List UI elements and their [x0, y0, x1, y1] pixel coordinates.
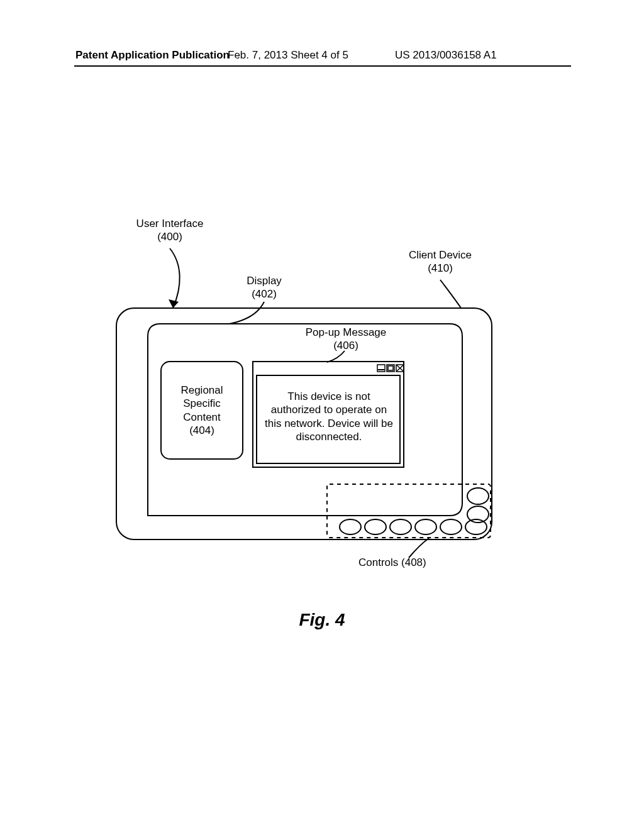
label-text: (406) — [333, 340, 358, 351]
label-text: Display — [247, 275, 282, 287]
label-text: Content — [183, 411, 221, 423]
leader-ui — [170, 248, 180, 308]
control-button[interactable] — [390, 519, 411, 534]
label-text: (404) — [189, 424, 214, 436]
page: Patent Application Publication Feb. 7, 2… — [0, 0, 644, 830]
label-text: Client Device — [409, 249, 472, 261]
control-button[interactable] — [365, 519, 386, 534]
label-text: (402) — [252, 288, 277, 300]
leader-ui-arrowhead — [169, 299, 179, 308]
label-text: Pop-up Message — [306, 326, 387, 338]
label-text: This device is not authorized to operate… — [265, 390, 393, 443]
label-client-device: Client Device (410) — [390, 248, 491, 275]
svg-rect-1 — [388, 366, 393, 370]
label-text: (400) — [157, 231, 182, 243]
label-user-interface: User Interface (400) — [119, 217, 220, 244]
regional-content-text: Regional Specific Content (404) — [162, 384, 242, 437]
label-text: Regional — [180, 384, 223, 396]
figure-caption: Fig. 4 — [0, 610, 644, 630]
label-text: Specific — [183, 397, 221, 409]
label-controls: Controls (408) — [358, 556, 459, 569]
label-text: User Interface — [136, 218, 204, 230]
label-popup: Pop-up Message (406) — [283, 326, 409, 353]
popup-titlebar-icons — [377, 365, 404, 372]
leader-client — [440, 280, 461, 308]
control-button[interactable] — [465, 519, 487, 534]
minimize-icon[interactable] — [377, 365, 385, 372]
control-button[interactable] — [467, 488, 489, 504]
leader-popup — [327, 351, 345, 362]
control-button[interactable] — [415, 519, 436, 534]
label-display: Display (402) — [226, 274, 302, 301]
label-text: (410) — [428, 262, 453, 274]
control-button[interactable] — [440, 519, 462, 534]
label-text: Controls (408) — [358, 556, 426, 568]
popup-message-text: This device is not authorized to operate… — [263, 390, 395, 443]
leader-display — [230, 302, 264, 324]
leader-controls — [409, 538, 429, 558]
control-button[interactable] — [340, 519, 361, 534]
